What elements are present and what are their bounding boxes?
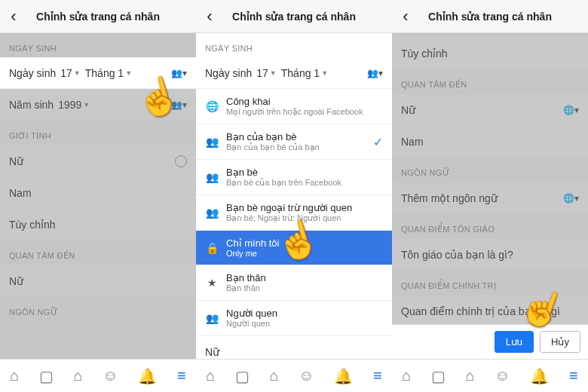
privacy-selector-button[interactable]: 👥▾ — [171, 100, 187, 110]
header-bar: ‹ Chỉnh sửa trang cá nhân — [392, 0, 588, 33]
political-input-row[interactable]: Quan điểm chính trị của bạn là gì — [392, 296, 588, 327]
save-button[interactable]: Lưu — [495, 331, 534, 353]
nav-market-icon[interactable]: ⌂ — [270, 367, 279, 384]
star-icon: ★ — [205, 277, 219, 289]
birthday-row[interactable]: Ngày sinh 17▼ Tháng 1▼ 👥▾ — [0, 57, 196, 89]
privacy-selector-button[interactable]: 🌐▾ — [563, 193, 579, 204]
bottom-nav: ⌂ ▢ ⌂ ☺ 🔔 ≡ — [392, 359, 588, 392]
nav-menu-icon[interactable]: ≡ — [569, 367, 578, 384]
privacy-option-friends[interactable]: 👥Bạn bèBạn bè của bạn trên Facebook — [196, 160, 392, 195]
nav-menu-icon[interactable]: ≡ — [373, 367, 382, 384]
nav-video-icon[interactable]: ▢ — [235, 367, 250, 385]
nav-home-icon[interactable]: ⌂ — [10, 367, 19, 384]
interested-male[interactable]: Nam — [392, 126, 588, 158]
privacy-option-star[interactable]: ★Bạn thânBạn thân — [196, 265, 392, 301]
check-icon: ✓ — [373, 135, 383, 149]
privacy-selector-button[interactable]: 👥▾ — [171, 68, 187, 78]
header-title: Chỉnh sửa trang cá nhân — [223, 11, 392, 23]
nav-bell-icon[interactable]: 🔔 — [138, 367, 157, 385]
nav-home-icon[interactable]: ⌂ — [206, 367, 215, 384]
back-button[interactable]: ‹ — [392, 7, 419, 26]
nav-home-icon[interactable]: ⌂ — [402, 367, 411, 384]
chevron-down-icon: ▼ — [125, 69, 132, 77]
interested-female[interactable]: Nữ — [0, 265, 196, 297]
globe-icon: 🌐 — [205, 100, 219, 112]
nav-video-icon[interactable]: ▢ — [39, 367, 54, 385]
friends-icon: 👥 — [205, 312, 219, 324]
privacy-option-lock[interactable]: 🔒Chỉ mình tôiOnly me — [196, 231, 392, 265]
friends-of-icon: 👥 — [205, 136, 219, 148]
birthday-day[interactable]: 17 — [60, 67, 72, 79]
header-bar: ‹ Chỉnh sửa trang cá nhân — [196, 0, 392, 33]
section-birthday: NGÀY SINH — [0, 33, 196, 57]
nav-bell-icon[interactable]: 🔔 — [334, 367, 353, 385]
radio-icon — [175, 155, 187, 167]
gender-option-female[interactable]: Nữ — [0, 145, 196, 177]
religion-input-row[interactable]: Tôn giáo của bạn là gì? — [392, 239, 588, 271]
section-interested: QUAN TÂM ĐẾN — [392, 69, 588, 94]
section-language: NGÔN NGỮ — [392, 158, 588, 182]
birthday-month[interactable]: Tháng 1 — [85, 67, 124, 79]
section-language: NGÔN NGỮ — [0, 297, 196, 322]
language-input-row[interactable]: Thêm một ngôn ngữ🌐▾ — [392, 182, 588, 214]
birthday-label: Ngày sinh — [9, 67, 56, 79]
nav-video-icon[interactable]: ▢ — [431, 367, 446, 385]
footer-bar: Lưu Hủy — [392, 324, 588, 359]
gender-option-custom[interactable]: Tùy chỉnh — [0, 209, 196, 240]
section-interested: QUAN TÂM ĐẾN — [0, 240, 196, 265]
gender-option-male[interactable]: Nam — [0, 177, 196, 209]
privacy-option-friends-except[interactable]: 👥Bạn bè ngoại trừ người quenBạn bè; Ngoạ… — [196, 195, 392, 231]
privacy-option-friends-of[interactable]: 👥Bạn của bạn bèBạn của bạn bè của bạn✓ — [196, 124, 392, 160]
back-button[interactable]: ‹ — [0, 7, 27, 26]
header-title: Chỉnh sửa trang cá nhân — [419, 11, 588, 23]
friends-except-icon: 👥 — [205, 207, 219, 219]
header-title: Chỉnh sửa trang cá nhân — [27, 11, 196, 23]
nav-groups-icon[interactable]: ☺ — [103, 367, 118, 384]
chevron-down-icon: ▼ — [270, 69, 277, 77]
bottom-nav: ⌂ ▢ ⌂ ☺ 🔔 ≡ — [196, 359, 392, 392]
chevron-down-icon: ▼ — [321, 69, 328, 77]
gender-option-custom[interactable]: Tùy chỉnh — [392, 38, 588, 69]
nav-market-icon[interactable]: ⌂ — [466, 367, 475, 384]
nav-market-icon[interactable]: ⌂ — [74, 367, 83, 384]
lock-icon: 🔒 — [205, 242, 219, 254]
bottom-nav: ⌂ ▢ ⌂ ☺ 🔔 ≡ — [0, 359, 196, 392]
chevron-down-icon: ▼ — [74, 69, 81, 77]
friends-icon: 👥 — [205, 171, 219, 183]
privacy-selector-button[interactable]: 👥▾ — [367, 68, 383, 78]
privacy-option-friends[interactable]: 👥Người quenNgười quen — [196, 301, 392, 336]
section-birthday: NGÀY SINH — [196, 33, 392, 57]
section-political: QUAN ĐIỂM CHÍNH TRỊ — [392, 271, 588, 296]
screenshot-panel-1: ‹ Chỉnh sửa trang cá nhân NGÀY SINH Ngày… — [0, 0, 196, 392]
nav-groups-icon[interactable]: ☺ — [299, 367, 314, 384]
header-bar: ‹ Chỉnh sửa trang cá nhân — [0, 0, 196, 33]
back-button[interactable]: ‹ — [196, 7, 223, 26]
nav-bell-icon[interactable]: 🔔 — [530, 367, 549, 385]
birthday-row[interactable]: Ngày sinh 17▼ Tháng 1▼ 👥▾ — [196, 57, 392, 89]
birthyear-value[interactable]: 1999 — [58, 99, 81, 111]
interested-female[interactable]: Nữ🌐▾ — [392, 94, 588, 126]
screenshot-panel-3: ‹ Chỉnh sửa trang cá nhân Tùy chỉnh QUAN… — [392, 0, 588, 392]
birthyear-row[interactable]: Năm sinh 1999▼ 👥▾ — [0, 89, 196, 121]
chevron-down-icon: ▼ — [83, 101, 90, 109]
nav-menu-icon[interactable]: ≡ — [177, 367, 186, 384]
birthyear-label: Năm sinh — [9, 99, 54, 111]
privacy-dropdown: 🌐Công khaiMọi người trên hoặc ngoài Face… — [196, 89, 392, 336]
section-gender: GIỚI TÍNH — [0, 121, 196, 145]
nav-groups-icon[interactable]: ☺ — [495, 367, 510, 384]
cancel-button[interactable]: Hủy — [540, 331, 580, 353]
section-religion: QUAN ĐIỂM TÔN GIÁO — [392, 214, 588, 239]
privacy-option-globe[interactable]: 🌐Công khaiMọi người trên hoặc ngoài Face… — [196, 89, 392, 124]
screenshot-panel-2: ‹ Chỉnh sửa trang cá nhân NGÀY SINH Ngày… — [196, 0, 392, 392]
privacy-selector-button[interactable]: 🌐▾ — [563, 105, 579, 115]
